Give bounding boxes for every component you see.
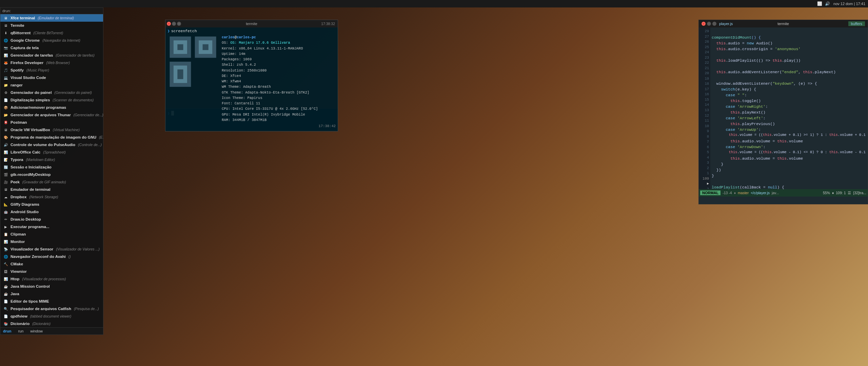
drun-app-viewnior[interactable]: 🖼 Viewnior bbox=[0, 268, 103, 275]
code-line: } bbox=[712, 161, 866, 167]
code-line: this.volume = ((this.volume - 0.1) <= 0)… bbox=[712, 150, 866, 156]
drun-app-gliffy[interactable]: 📐 Gliffy Diagrams bbox=[0, 201, 103, 208]
typora-icon: 📝 bbox=[3, 157, 8, 162]
drun-app-typora[interactable]: 📝 Typora (Markdown Editor) bbox=[0, 156, 103, 163]
editor-line-col: 109: 1 bbox=[836, 191, 846, 195]
drun-app-firefox[interactable]: 🦊 Firefox Developer (Web Browser) bbox=[0, 59, 103, 66]
drun-app-calc[interactable]: 📊 LibreOffice Calc (Spreadsheet) bbox=[0, 148, 103, 156]
editor-branch: master bbox=[738, 191, 749, 195]
terminal-main-timestamp1: 17:38:32 bbox=[321, 22, 335, 26]
drawio-icon: ✏ bbox=[3, 217, 8, 222]
svg-rect-6 bbox=[177, 44, 183, 50]
spotify-icon: 🎵 bbox=[3, 67, 8, 73]
drun-app-pulseaudio[interactable]: 🔊 Controle de volume do PulseAudio (Cont… bbox=[0, 141, 103, 148]
drun-app-drawio[interactable]: ✏ Draw.io Desktop bbox=[0, 216, 103, 223]
drun-app-clipman[interactable]: 📋 Clipman bbox=[0, 230, 103, 238]
gimp-icon: 🎨 bbox=[3, 135, 8, 140]
cmake-icon: 🔨 bbox=[3, 261, 8, 267]
drun-app-terminal[interactable]: 🖥 Emulador de terminal bbox=[0, 186, 103, 193]
drun-app-add-remove[interactable]: 📦 Adicionar/remover programas bbox=[0, 104, 103, 111]
volume-icon[interactable]: 🔊 bbox=[825, 1, 830, 6]
editor-body: 2927262524 2322212019 1817161514 1312111… bbox=[699, 27, 868, 189]
drun-app-catfish[interactable]: 🔍 Pesquisador de arquivos Catfish (Pesqu… bbox=[0, 305, 103, 312]
drun-app-run[interactable]: ▶ Executar programa... bbox=[0, 223, 103, 230]
terminal-main-content[interactable]: ❯ screenfetch bbox=[165, 27, 338, 131]
drun-app-jmc[interactable]: ☕ Java Mission Control bbox=[0, 283, 103, 290]
ranger-icon: 📁 bbox=[3, 82, 8, 88]
code-line: this.audio.addEventListener("ended", thi… bbox=[712, 69, 866, 75]
drun-app-chrome[interactable]: 🌐 Google Chrome (Navegador da Internet) bbox=[0, 37, 103, 44]
de-value: Xfce4 bbox=[230, 74, 241, 78]
screenfetch-command: screenfetch bbox=[171, 29, 197, 33]
drun-app-sensor[interactable]: 📡 Visualizador de Sensor (Visualizador d… bbox=[0, 245, 103, 253]
terminal-main-close[interactable]: × bbox=[167, 22, 171, 26]
editor-filetype: jav... bbox=[772, 191, 779, 195]
drun-app-virtualbox[interactable]: 🖥 Oracle VM VirtualBox (Virtual Machine) bbox=[0, 126, 103, 134]
editor-max[interactable] bbox=[712, 22, 716, 26]
drun-app-cmake[interactable]: 🔨 CMake bbox=[0, 260, 103, 268]
drun-app-ranger[interactable]: 📁 ranger bbox=[0, 81, 103, 89]
drun-app-monitor[interactable]: 📊 Monitor bbox=[0, 238, 103, 245]
editor-buffers-tab[interactable]: buffers bbox=[848, 21, 865, 26]
drun-app-android-studio[interactable]: 🤖 Android Studio bbox=[0, 208, 103, 216]
drun-app-record[interactable]: 🎬 gtk-recordMyDesktop bbox=[0, 171, 103, 178]
drun-app-qbittorrent[interactable]: ⬇ qBittorrent (Cliente BitTorrent) bbox=[0, 29, 103, 37]
mime-icon: 📄 bbox=[3, 299, 8, 304]
drun-app-screenshot[interactable]: 📷 Captura de tela bbox=[0, 44, 103, 52]
svg-rect-8 bbox=[177, 69, 183, 79]
drun-tab-run[interactable]: run bbox=[18, 329, 23, 333]
ascii-art-logo bbox=[167, 35, 218, 89]
editor-filepath: </c/player.js bbox=[751, 191, 770, 195]
code-line: } bbox=[712, 173, 866, 179]
addremove-icon: 📦 bbox=[3, 105, 8, 110]
editor-close[interactable]: × bbox=[702, 22, 706, 26]
androidstudio-icon: 🤖 bbox=[3, 209, 8, 215]
dictionary-icon: 📚 bbox=[3, 321, 8, 326]
code-line bbox=[712, 63, 866, 69]
code-line bbox=[712, 75, 866, 81]
avahi-icon: 🌐 bbox=[3, 254, 8, 259]
firefox-icon: 🦊 bbox=[3, 60, 8, 65]
drun-app-spotify[interactable]: 🎵 Spotify (Music Player) bbox=[0, 66, 103, 74]
drun-app-htop[interactable]: 📊 Htop (Visualizador de processos) bbox=[0, 275, 103, 283]
code-content[interactable]: componentDidMount() { this.audio = new A… bbox=[710, 27, 868, 189]
code-line: loadPlaylist(callBack = null) { bbox=[712, 184, 866, 189]
editor-file-title: player.js bbox=[719, 22, 733, 26]
editor-min[interactable]: − bbox=[707, 22, 711, 26]
code-line: switch(e.key) { bbox=[712, 86, 866, 92]
drun-app-dictionary[interactable]: 📚 Dicionário (Dicionário) bbox=[0, 320, 103, 327]
drun-app-termite[interactable]: 🖥 Termite bbox=[0, 22, 103, 29]
drun-tab-window[interactable]: window bbox=[30, 329, 43, 333]
drun-app-scanner[interactable]: 📄 Digitalização simples (Scanner de docu… bbox=[0, 96, 103, 104]
code-line: this.loadPlaylist(() => this.play()) bbox=[712, 58, 866, 63]
terminal-main-min[interactable]: − bbox=[172, 22, 176, 26]
drun-app-mime[interactable]: 📄 Editor de tipos MIME bbox=[0, 298, 103, 305]
editor-extra: [32]tra... bbox=[853, 191, 866, 195]
window-icon: ⬜ bbox=[817, 1, 822, 6]
scanner-icon: 📄 bbox=[3, 97, 8, 103]
code-line: this.audio = new Audio() bbox=[712, 40, 866, 46]
editor-window-title: termite bbox=[777, 22, 789, 26]
screenshot-icon: 📷 bbox=[3, 45, 8, 50]
drun-app-java[interactable]: ☕ Java bbox=[0, 290, 103, 298]
drun-app-thunar[interactable]: 📂 Gerenciador de arquivos Thunar (Gerenc… bbox=[0, 111, 103, 119]
code-line: this.playNext() bbox=[712, 109, 866, 115]
code-line: this.volume = ((this.volume + 0.1) >= 1)… bbox=[712, 133, 866, 138]
drun-app-avahi[interactable]: 🌐 Navegador Zeroconf do Avahi () bbox=[0, 253, 103, 260]
drun-tab-drun[interactable]: drun bbox=[3, 329, 11, 333]
terminal-icon: 🖥 bbox=[3, 187, 8, 192]
run-icon: ▶ bbox=[3, 224, 8, 229]
terminal-main-max[interactable]: + bbox=[177, 22, 181, 26]
drun-app-panel-manager[interactable]: ⚙ Gerenciador do painel (Gerenciador do … bbox=[0, 89, 103, 96]
drun-app-taskmanager[interactable]: 📊 Gerenciador de tarefas (Gerenciador de… bbox=[0, 52, 103, 59]
drun-app-qpdfview[interactable]: 📄 qpdfview (tabbed document viewer) bbox=[0, 312, 103, 320]
drun-app-dropbox[interactable]: ☁ Dropbox (Network Storage) bbox=[0, 193, 103, 201]
drun-app-xfce-terminal[interactable]: 🖥 Xfce terminal (Emulador de terminal) bbox=[0, 14, 103, 22]
drun-app-peek[interactable]: 🎥 Peek (Gravador de GIF animado) bbox=[0, 178, 103, 186]
drun-app-session[interactable]: 🔄 Sessão e Inicialização bbox=[0, 163, 103, 171]
qpdfview-icon: 📄 bbox=[3, 313, 8, 319]
drun-app-vscode[interactable]: 💻 Visual Studio Code bbox=[0, 74, 103, 81]
drun-app-gimp[interactable]: 🎨 Programa de manipulação de imagem do G… bbox=[0, 134, 103, 141]
drun-app-postman[interactable]: 📮 Postman bbox=[0, 119, 103, 126]
viewnior-icon: 🖼 bbox=[3, 269, 8, 274]
